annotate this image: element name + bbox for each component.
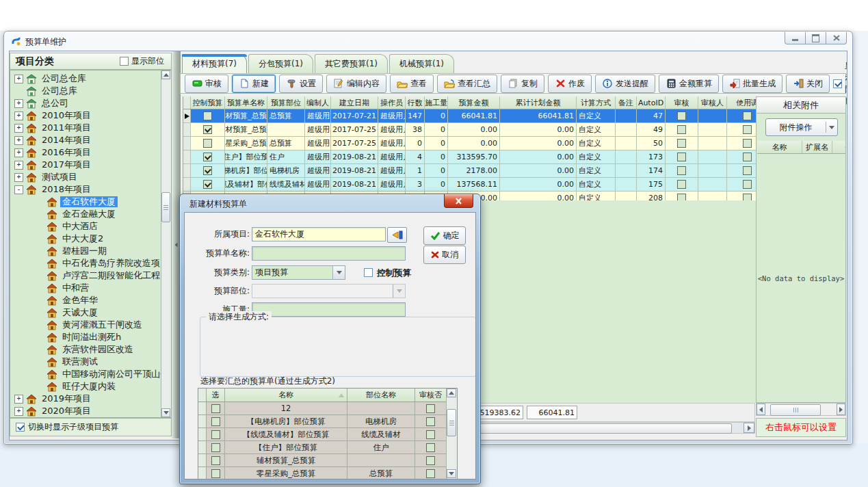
usage-checkbox[interactable] (743, 180, 752, 189)
tree-item[interactable]: 中石化青岛疗养院改造项目 (10, 257, 171, 269)
tree-scrollbar[interactable] (161, 70, 171, 417)
expand-icon[interactable]: + (14, 124, 23, 133)
project-browse-button[interactable] (387, 227, 407, 243)
audited-checkbox[interactable] (677, 180, 686, 189)
tree-item[interactable]: 中大酒店 (10, 220, 171, 233)
summary-table-row[interactable]: 【住户】部位预算住户 (198, 441, 457, 454)
tree-item[interactable]: -2018年项目 (10, 183, 171, 196)
toolbar-button-void[interactable]: 作废 (548, 75, 592, 93)
summary-table-row[interactable]: 【电梯机房】部位预算电梯机房 (198, 415, 457, 428)
usage-checkbox[interactable] (743, 111, 752, 120)
attach-scroll-left[interactable] (757, 404, 765, 415)
sel-checkbox[interactable] (211, 443, 220, 452)
toolbar-button-remind[interactable]: 发送提醒 (595, 75, 655, 93)
attachment-actions-button[interactable]: 附件操作 (765, 118, 838, 136)
sel-checkbox[interactable] (211, 430, 220, 439)
summary-column-header[interactable]: 审核否 (415, 389, 447, 402)
category-combo[interactable]: 项目预算 (252, 265, 345, 280)
grid-row[interactable]: 辅材预算_总预算超级用户2017-07-25超级用户3800.000.00自定义… (183, 123, 756, 137)
toolbar-button-view[interactable]: 查看 (390, 75, 434, 93)
grid-column-header[interactable]: AutoID (637, 96, 666, 109)
usage-checkbox[interactable] (743, 166, 752, 175)
summary-table-row[interactable]: 零星采购_总预算总预算 (198, 467, 457, 479)
tree-item[interactable]: +2019年项目 (10, 393, 171, 405)
control-checkbox[interactable] (203, 180, 212, 189)
toolbar-button-new[interactable]: 新建 (232, 75, 276, 93)
tree-item[interactable]: 天诚大厦 (10, 306, 171, 319)
tree-item[interactable]: 金色年华 (10, 294, 171, 306)
summary-table-row[interactable]: 辅材预算_总预算 (198, 454, 457, 467)
attach-column-header[interactable]: 扩展名 (802, 141, 832, 153)
expand-icon[interactable]: + (14, 136, 23, 145)
grid-column-header[interactable]: 预算部位 (267, 96, 305, 109)
child-budget-option[interactable]: 切换时显示子级项目预算 (10, 418, 172, 436)
summary-column-header[interactable]: 部位名称 (347, 389, 415, 402)
control-checkbox[interactable] (203, 166, 212, 175)
audit-checkbox[interactable] (426, 443, 435, 452)
usage-checkbox[interactable] (743, 194, 752, 200)
expand-icon[interactable]: + (14, 173, 23, 182)
project-field[interactable]: 金石软件大厦 (252, 227, 386, 241)
usage-checkbox[interactable] (743, 139, 752, 148)
usage-checkbox[interactable] (743, 153, 752, 161)
expand-icon[interactable]: + (14, 99, 23, 108)
tree-item[interactable]: 卢浮宫二期段智能化工程 (10, 269, 171, 282)
grid-column-header[interactable]: 审核 (666, 96, 698, 109)
toolbar-button-recalc[interactable]: 金额重算 (659, 75, 719, 93)
audited-checkbox[interactable] (677, 194, 686, 200)
tab-1[interactable]: 分包预算(1) (248, 54, 313, 73)
audited-checkbox[interactable] (677, 125, 686, 134)
toolbar-button-close[interactable]: 关闭 (786, 75, 830, 93)
tree-item[interactable]: 联营测试 (10, 356, 171, 368)
tree-item[interactable]: +测试项目 (10, 171, 171, 183)
close-button[interactable] (826, 32, 847, 44)
maximize-button[interactable] (805, 32, 826, 44)
tree-item[interactable]: 中和营 (10, 282, 171, 294)
control-checkbox[interactable] (203, 125, 212, 134)
qty-input[interactable] (252, 302, 406, 317)
tree-scroll-thumb[interactable] (161, 192, 170, 222)
tree-item[interactable]: 时间溢出测死h (10, 331, 171, 343)
tree-item[interactable]: 金石软件大厦 (10, 196, 171, 208)
minimize-button[interactable] (785, 32, 806, 44)
tree-scroll-down[interactable] (161, 408, 170, 417)
dialog-close-button[interactable] (444, 194, 473, 208)
toolbar-button-copy[interactable]: 复制 (501, 75, 544, 93)
summary-column-header[interactable]: 选 (207, 389, 225, 402)
control-checkbox[interactable] (203, 139, 212, 148)
sel-checkbox[interactable] (211, 417, 220, 426)
show-attachments-box[interactable] (833, 79, 842, 88)
summary-table-scrollbar[interactable] (446, 389, 457, 479)
tree-item[interactable]: +2010年项目 (10, 109, 171, 122)
sel-checkbox[interactable] (211, 404, 220, 413)
grid-row[interactable]: 零星采购_总预算总预算超级用户2017-07-25超级用户000.000.00自… (183, 137, 756, 150)
expand-icon[interactable]: + (14, 161, 23, 170)
grid-row[interactable]: 【住户】部位预算住户超级用户2019-08-21超级用户40313595.700… (183, 150, 756, 164)
tab-2[interactable]: 其它费预算(1) (315, 54, 388, 73)
grid-scroll-right[interactable] (744, 423, 754, 433)
collapse-icon[interactable]: - (14, 185, 23, 194)
expand-icon[interactable]: + (14, 395, 23, 404)
tree-item[interactable]: +2014年项目 (10, 134, 171, 146)
tree-item[interactable]: +总公司 (10, 97, 171, 109)
grid-column-header[interactable]: 编制人 (305, 96, 331, 109)
attach-column-header[interactable]: 创建 (832, 141, 845, 153)
grid-column-header[interactable]: 累计计划金额 (500, 96, 577, 109)
tree-item[interactable]: 中大大厦2 (10, 233, 171, 245)
grid-row[interactable]: 主材预算_总预算总预算超级用户2017-07-21超级用户147066041.8… (183, 109, 756, 123)
grid-column-header[interactable]: 计算方式 (577, 96, 616, 109)
summary-scroll-down[interactable] (447, 469, 456, 478)
show-parts-checkbox[interactable]: 显示部位 (120, 55, 164, 67)
tab-0[interactable]: 材料预算(7) (182, 54, 247, 73)
show-parts-checkbox-box[interactable] (120, 57, 129, 66)
audit-checkbox[interactable] (426, 430, 435, 439)
control-budget-checkbox[interactable] (364, 268, 373, 277)
audited-checkbox[interactable] (677, 153, 686, 161)
grid-column-header[interactable]: 施工量 (425, 96, 448, 109)
tree-scroll-up[interactable] (161, 70, 170, 79)
toolbar-button-audit[interactable]: 审核 (185, 75, 228, 93)
child-budget-checkbox[interactable] (16, 423, 25, 432)
attach-column-header[interactable]: 名称 (757, 141, 802, 153)
sel-checkbox[interactable] (211, 469, 220, 478)
tree-item[interactable]: +公司总仓库 (10, 73, 171, 85)
